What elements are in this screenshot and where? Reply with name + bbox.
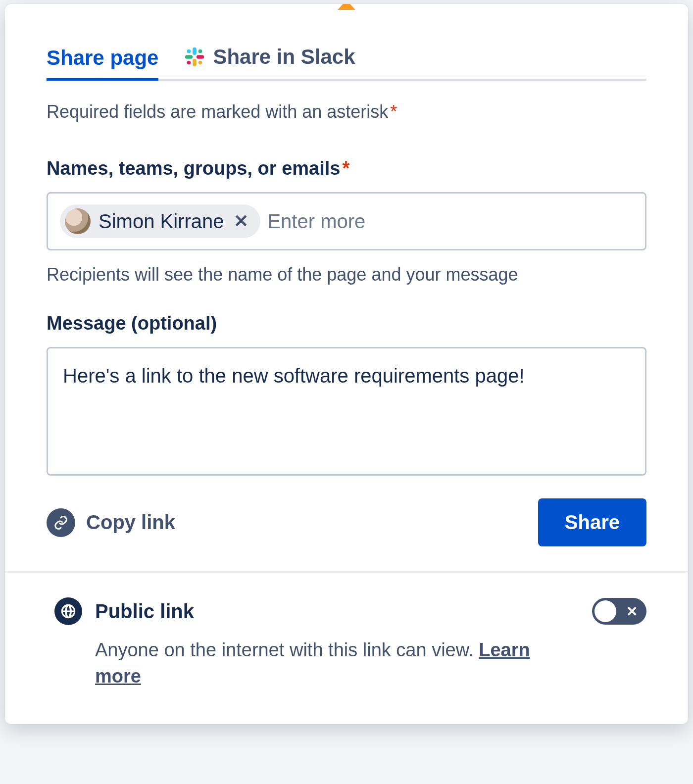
slack-icon bbox=[183, 46, 206, 68]
public-desc-text: Anyone on the internet with this link ca… bbox=[95, 639, 479, 660]
public-link-toggle[interactable]: ✕ bbox=[592, 598, 646, 625]
svg-point-5 bbox=[198, 49, 202, 53]
dialog-content: Share page bbox=[5, 10, 688, 571]
link-icon bbox=[47, 508, 75, 537]
recipients-helper: Recipients will see the name of the page… bbox=[47, 264, 646, 285]
svg-rect-3 bbox=[197, 55, 204, 59]
tab-label: Share page bbox=[47, 48, 158, 68]
tabs: Share page bbox=[47, 46, 646, 81]
recipients-text-input[interactable] bbox=[267, 210, 633, 233]
toggle-knob bbox=[594, 600, 616, 622]
recipients-label: Names, teams, groups, or emails* bbox=[47, 158, 646, 179]
svg-rect-1 bbox=[185, 55, 193, 59]
remove-chip-icon[interactable]: ✕ bbox=[232, 212, 250, 230]
tab-share-slack[interactable]: Share in Slack bbox=[183, 46, 355, 81]
svg-point-6 bbox=[198, 61, 202, 65]
tab-label: Share in Slack bbox=[213, 47, 355, 67]
asterisk-icon: * bbox=[342, 158, 349, 179]
close-icon: ✕ bbox=[626, 603, 638, 620]
pointer-arrow-icon bbox=[338, 4, 355, 10]
asterisk-icon: * bbox=[390, 101, 397, 122]
share-button[interactable]: Share bbox=[538, 498, 646, 546]
recipients-label-text: Names, teams, groups, or emails bbox=[47, 158, 340, 179]
public-link-section: Public link ✕ Anyone on the internet wit… bbox=[5, 573, 688, 724]
recipient-chip: Simon Kirrane ✕ bbox=[60, 204, 260, 238]
chip-name: Simon Kirrane bbox=[99, 210, 224, 233]
copy-link-label: Copy link bbox=[86, 511, 175, 534]
svg-rect-0 bbox=[193, 48, 197, 55]
message-label: Message (optional) bbox=[47, 313, 646, 334]
avatar bbox=[65, 208, 91, 234]
required-hint: Required fields are marked with an aster… bbox=[47, 101, 646, 122]
svg-point-4 bbox=[187, 49, 191, 53]
tab-share-page[interactable]: Share page bbox=[47, 48, 158, 81]
message-textarea[interactable] bbox=[47, 347, 646, 476]
recipients-input[interactable]: Simon Kirrane ✕ bbox=[47, 192, 646, 250]
copy-link-button[interactable]: Copy link bbox=[47, 508, 175, 537]
actions-row: Copy link Share bbox=[47, 498, 646, 546]
share-dialog: Share page bbox=[5, 4, 688, 724]
svg-rect-2 bbox=[193, 59, 197, 66]
svg-point-7 bbox=[187, 61, 191, 65]
public-link-description: Anyone on the internet with this link ca… bbox=[95, 637, 541, 689]
globe-icon bbox=[54, 597, 82, 625]
public-link-title: Public link bbox=[95, 600, 194, 623]
required-hint-text: Required fields are marked with an aster… bbox=[47, 101, 388, 122]
